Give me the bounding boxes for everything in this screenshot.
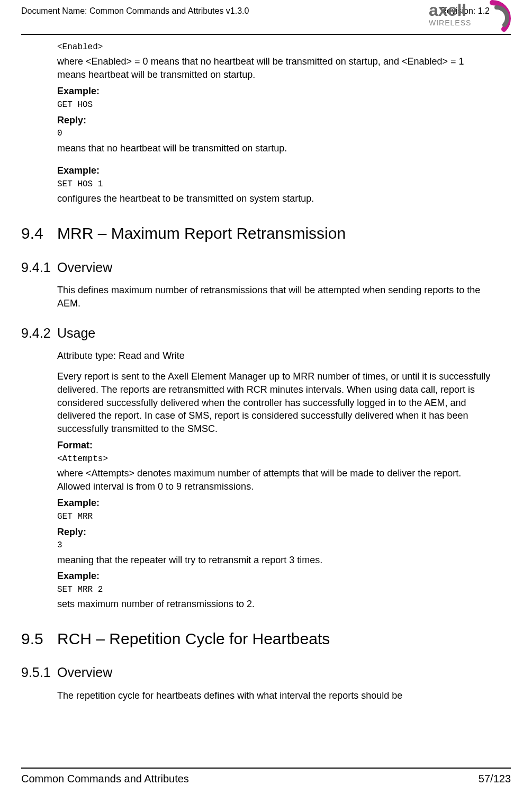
reply-label: Reply: xyxy=(57,114,495,127)
footer-divider xyxy=(21,768,511,769)
footer-row: Common Commands and Attributes 57/123 xyxy=(21,773,511,785)
enabled-description: where <Enabled> = 0 means that no heartb… xyxy=(57,55,495,82)
example-label-3: Example: xyxy=(57,497,495,510)
attempts-description: where <Attempts> denotes maximum number … xyxy=(57,467,495,493)
logo-swirl-inner-icon xyxy=(497,7,507,25)
code-get-mrr: GET MRR xyxy=(57,511,495,522)
footer-title: Common Commands and Attributes xyxy=(21,773,189,785)
attribute-type: Attribute type: Read and Write xyxy=(57,349,495,363)
brand-logo: axell WIRELESS xyxy=(429,0,521,34)
code-get-hos: GET HOS xyxy=(57,99,495,111)
example-label-2: Example: xyxy=(57,164,495,177)
example-label-4: Example: xyxy=(57,570,495,583)
reply-0-description: means that no heartbeat will be transmit… xyxy=(57,142,495,155)
heading-9-5-number: 9.5 xyxy=(21,628,57,649)
logo-sub-text: WIRELESS xyxy=(429,19,471,27)
reply-label-2: Reply: xyxy=(57,526,495,539)
reply-3-description: meaning that the repeater will try to re… xyxy=(57,554,495,567)
usage-body: Every report is sent to the Axell Elemen… xyxy=(57,370,495,436)
set-mrr-description: sets maximum number of retransmissions t… xyxy=(57,598,495,611)
heading-9-5-1: 9.5.1 Overview xyxy=(57,663,495,682)
code-reply-3: 3 xyxy=(57,539,495,551)
heading-9-4: 9.4 MRR – Maximum Report Retransmission xyxy=(57,222,495,244)
overview-9-4-1-body: This defines maximum number of retransmi… xyxy=(57,284,495,310)
heading-9-5-1-title: Overview xyxy=(57,663,112,682)
page: Document Name: Common Commands and Attri… xyxy=(0,0,532,803)
heading-9-5-1-number: 9.5.1 xyxy=(21,663,57,682)
content-area: <Enabled> where <Enabled> = 0 means that… xyxy=(57,35,495,702)
heading-9-4-title: MRR – Maximum Report Retransmission xyxy=(57,222,346,244)
heading-9-4-number: 9.4 xyxy=(21,222,57,244)
heading-9-4-1-number: 9.4.1 xyxy=(21,258,57,277)
example-label: Example: xyxy=(57,85,495,98)
heading-9-5-title: RCH – Repetition Cycle for Heartbeats xyxy=(57,628,330,649)
code-enabled-tag: <Enabled> xyxy=(57,41,495,53)
logo-main-text: axell xyxy=(429,1,466,20)
heading-9-4-2: 9.4.2 Usage xyxy=(57,324,495,342)
heading-9-4-2-number: 9.4.2 xyxy=(21,324,57,342)
heading-9-4-1-title: Overview xyxy=(57,258,112,277)
doc-name: Document Name: Common Commands and Attri… xyxy=(21,6,409,16)
heading-9-5: 9.5 RCH – Repetition Cycle for Heartbeat… xyxy=(57,628,495,649)
set-hos-description: configures the heartbeat to be transmitt… xyxy=(57,192,495,205)
page-number: 57/123 xyxy=(479,773,511,785)
page-footer: Common Commands and Attributes 57/123 xyxy=(21,768,511,785)
code-reply-0: 0 xyxy=(57,128,495,139)
code-attempts-tag: <Attempts> xyxy=(57,453,495,465)
format-label: Format: xyxy=(57,439,495,452)
axell-wireless-logo-icon: axell WIRELESS xyxy=(429,0,521,34)
heading-9-4-2-title: Usage xyxy=(57,324,95,342)
code-set-mrr: SET MRR 2 xyxy=(57,584,495,596)
overview-9-5-1-body: The repetition cycle for heartbeats defi… xyxy=(57,689,495,702)
heading-9-4-1: 9.4.1 Overview xyxy=(57,258,495,277)
code-set-hos: SET HOS 1 xyxy=(57,178,495,190)
